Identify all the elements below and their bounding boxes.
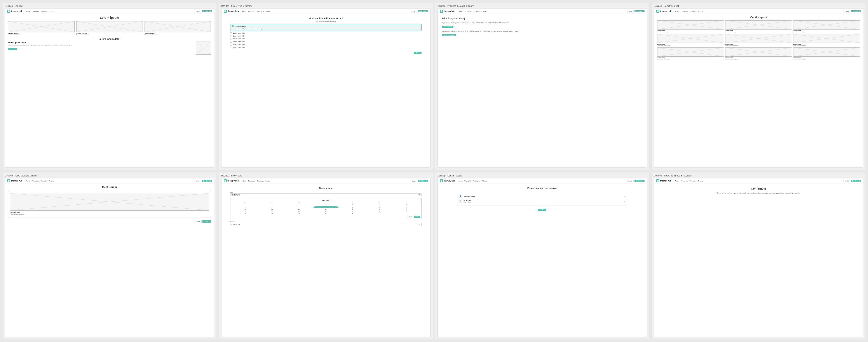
- checkbox-5[interactable]: [230, 41, 232, 43]
- therapist-card-4[interactable]: Lorem ipsum Lorem ipsum Lorem ipsum: [657, 34, 724, 46]
- therapist-card-5[interactable]: Lorem ipsum Lorem ipsum Lorem ipsum: [725, 34, 792, 46]
- cal-day-20[interactable]: 20: [232, 210, 259, 213]
- login-btn-6[interactable]: Login: [411, 180, 417, 182]
- nav-about-7[interactable]: About: [459, 180, 463, 182]
- cal-day-28[interactable]: 28: [259, 213, 285, 215]
- option-selected-1[interactable]: Lorem ipsum dolor: [232, 25, 420, 27]
- nav-therapies-1[interactable]: Therapies: [41, 10, 48, 12]
- login-btn-3[interactable]: Login: [627, 10, 633, 12]
- nav-pricing-3[interactable]: Pricing: [482, 10, 487, 12]
- get-started-btn[interactable]: Get started: [8, 48, 17, 50]
- nav-therapies-6[interactable]: Therapies: [257, 180, 264, 182]
- cal-day-21[interactable]: 21: [259, 210, 285, 213]
- nav-pricing-4[interactable]: Pricing: [698, 10, 703, 12]
- option-2[interactable]: Lorem ipsum dolor: [230, 32, 422, 34]
- nav-pricing-7[interactable]: Pricing: [482, 180, 487, 182]
- edit-therapist-icon[interactable]: ✏: [624, 195, 625, 197]
- cta-btn-4[interactable]: Get Started: [851, 10, 861, 12]
- nav-therapies-3[interactable]: Therapies: [473, 10, 480, 12]
- edit-date-icon[interactable]: ✏: [624, 200, 625, 203]
- cal-day-3[interactable]: 3: [339, 204, 366, 206]
- apply-btn[interactable]: Apply: [414, 216, 420, 218]
- nav-therapists-8[interactable]: Therapists: [681, 180, 688, 182]
- therapist-card-8[interactable]: Lorem ipsum Lorem ipsum Lorem ipsum: [725, 48, 792, 60]
- nav-about-4[interactable]: About: [675, 10, 679, 12]
- cta-btn-2[interactable]: Get Started: [418, 10, 428, 12]
- cal-day-27[interactable]: 27: [232, 213, 259, 215]
- cta-btn-8[interactable]: Get Started: [851, 180, 861, 182]
- login-btn-7[interactable]: Login: [627, 180, 633, 182]
- cal-day-23[interactable]: 23: [312, 210, 339, 213]
- cal-day-13[interactable]: 13: [232, 208, 259, 210]
- therapist-card-6[interactable]: Lorem ipsum Lorem ipsum Lorem ipsum: [793, 34, 860, 46]
- cal-day-9[interactable]: 9: [312, 206, 339, 208]
- cal-day-16[interactable]: 16: [312, 208, 339, 210]
- nav-therapies-4[interactable]: Therapies: [690, 10, 696, 12]
- cta-btn-1[interactable]: Get Started: [202, 10, 212, 12]
- cal-day-7[interactable]: 7: [259, 206, 285, 208]
- therapy-card-3[interactable]: Therapy option 3 Lorem ipsum Lorem ipsum: [145, 21, 211, 35]
- next-btn-2[interactable]: Next: [414, 52, 422, 54]
- login-btn-4[interactable]: Login: [843, 10, 850, 12]
- therapist-card-7[interactable]: Lorem ipsum Lorem ipsum Lorem ipsum: [657, 48, 724, 60]
- cta-btn-6[interactable]: Get Started: [418, 180, 428, 182]
- select-by-date-btn[interactable]: Select by date: [442, 26, 454, 28]
- cal-next[interactable]: ›: [420, 199, 420, 201]
- cal-day-15[interactable]: 15: [285, 208, 312, 210]
- cal-day-25[interactable]: 25: [366, 210, 393, 213]
- cal-day-30[interactable]: 30: [312, 213, 339, 215]
- cal-day-14[interactable]: 14: [259, 208, 285, 210]
- cal-day-2[interactable]: 2: [312, 204, 339, 206]
- checkbox-1[interactable]: [232, 25, 234, 27]
- therapist-card-2[interactable]: Lorem ipsum Lorem ipsum Lorem ipsum: [725, 20, 792, 33]
- nav-therapists-6[interactable]: Therapists: [248, 180, 255, 182]
- cta-btn-7[interactable]: Get Started: [634, 180, 645, 182]
- cal-day-10[interactable]: 10: [339, 206, 366, 208]
- nav-about-8[interactable]: About: [675, 180, 679, 182]
- option-4[interactable]: Lorem ipsum dolor: [230, 38, 422, 40]
- nav-therapists-7[interactable]: Therapists: [464, 180, 472, 182]
- cal-day-31[interactable]: 31: [339, 213, 366, 215]
- cal-day-1[interactable]: 1: [285, 204, 312, 206]
- nav-about-2[interactable]: About: [242, 10, 246, 12]
- login-btn-1[interactable]: Login: [194, 10, 201, 12]
- nav-pricing-1[interactable]: Pricing: [49, 10, 54, 12]
- select-by-therapist-btn[interactable]: Select by therapist: [442, 34, 456, 36]
- clear-btn[interactable]: Clear: [407, 216, 413, 218]
- confirm-btn-5[interactable]: Confirm: [203, 220, 211, 223]
- nav-pricing-8[interactable]: Pricing: [698, 180, 703, 182]
- cal-day-12[interactable]: 12: [393, 206, 420, 208]
- cal-day-18[interactable]: 18: [366, 208, 393, 210]
- nav-pricing-6[interactable]: Pricing: [266, 180, 270, 182]
- nav-therapists-1[interactable]: Therapists: [32, 10, 39, 12]
- nav-about-6[interactable]: About: [242, 180, 246, 182]
- nav-therapists-5[interactable]: Therapists: [32, 180, 39, 182]
- nav-pricing-5[interactable]: Pricing: [49, 180, 54, 182]
- checkbox-6[interactable]: [230, 44, 232, 45]
- nav-therapists-2[interactable]: Therapists: [248, 10, 255, 12]
- sessions-select[interactable]: Lorem ipsum ▾: [230, 223, 422, 226]
- option-3[interactable]: Lorem ipsum dolor: [230, 35, 422, 37]
- cal-day-22[interactable]: 22: [285, 210, 312, 213]
- cal-day-4[interactable]: 4: [366, 204, 393, 206]
- nav-therapists-4[interactable]: Therapists: [681, 10, 688, 12]
- therapy-card-2[interactable]: Therapy option 2 Lorem ipsum Lorem ipsum: [76, 21, 143, 35]
- calendar[interactable]: ‹ May 1984 › Sun Mon Tue Wed Thu Fri Sat: [230, 198, 422, 219]
- nav-therapies-8[interactable]: Therapies: [690, 180, 696, 182]
- checkbox-4[interactable]: [230, 38, 232, 40]
- cal-day-24[interactable]: 24: [339, 210, 366, 213]
- nav-therapies-2[interactable]: Therapies: [257, 10, 264, 12]
- therapist-card-3[interactable]: Lorem ipsum Lorem ipsum Lorem ipsum: [793, 20, 860, 33]
- cal-day-29[interactable]: 29: [285, 213, 312, 215]
- nav-therapists-3[interactable]: Therapists: [464, 10, 472, 12]
- cta-btn-3[interactable]: Get Started: [634, 10, 645, 12]
- cal-day-11[interactable]: 11: [366, 206, 393, 208]
- login-btn-2[interactable]: Login: [411, 10, 417, 12]
- cta-btn-5[interactable]: Get Started: [202, 180, 212, 182]
- nav-about-3[interactable]: About: [459, 10, 463, 12]
- checkbox-2[interactable]: [230, 32, 232, 34]
- login-btn-5[interactable]: Login: [194, 180, 201, 182]
- checkbox-3[interactable]: [230, 35, 232, 37]
- cal-day-5[interactable]: 5: [393, 204, 420, 206]
- nav-therapies-5[interactable]: Therapies: [41, 180, 48, 182]
